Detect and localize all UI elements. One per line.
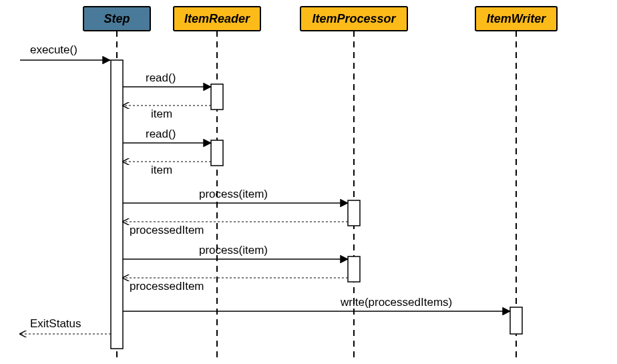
msg-process1-label: process(item) bbox=[199, 188, 268, 200]
ret-process2-label: processedItem bbox=[130, 280, 204, 293]
ret-read1-label: item bbox=[151, 108, 172, 120]
msg-read2-label: read() bbox=[146, 128, 176, 140]
activation-processor-1 bbox=[348, 200, 360, 226]
participant-reader-label: ItemReader bbox=[184, 12, 250, 25]
ret-process1-label: processedItem bbox=[130, 224, 204, 236]
participant-processor-label: ItemProcessor bbox=[312, 12, 396, 25]
msg-execute-label: execute() bbox=[30, 43, 77, 56]
participant-writer-label: ItemWriter bbox=[487, 12, 547, 25]
activation-writer bbox=[510, 307, 522, 334]
msg-process2-label: process(item) bbox=[199, 244, 268, 256]
activation-step bbox=[111, 60, 123, 349]
ret-read2-label: item bbox=[151, 164, 172, 176]
participant-step-label: Step bbox=[104, 12, 130, 25]
activation-reader-2 bbox=[211, 140, 223, 166]
msg-read1-label: read() bbox=[146, 71, 176, 84]
msg-exit-label: ExitStatus bbox=[30, 317, 81, 330]
msg-write-label: write(processedItems) bbox=[340, 296, 452, 309]
activation-reader-1 bbox=[211, 84, 223, 110]
activation-processor-2 bbox=[348, 256, 360, 282]
